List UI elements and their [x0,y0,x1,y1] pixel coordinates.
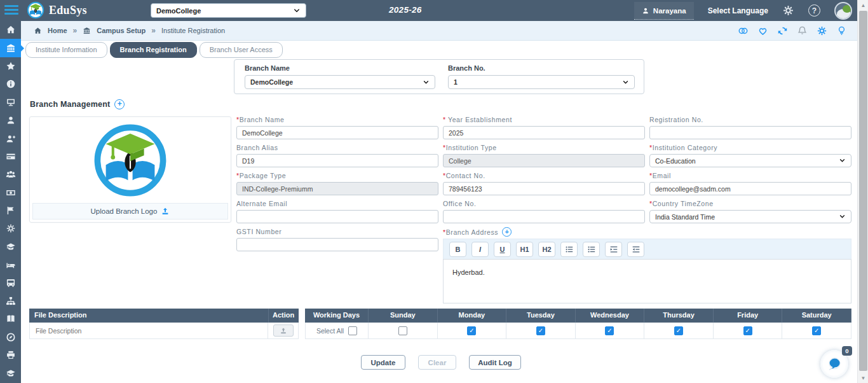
notification-bell-icon[interactable] [797,25,808,36]
sidebar-item-hostel[interactable] [0,256,21,274]
year-establishment-input[interactable] [443,126,645,139]
favorites-heart-icon[interactable] [757,25,768,36]
sidebar-item-groups[interactable] [0,165,21,183]
college-select[interactable]: DemoCollege [151,3,306,18]
bullet-list-button[interactable] [560,242,578,257]
country-timezone-select[interactable]: India Standard Time [649,210,851,223]
checkbox-friday[interactable]: ✓ [743,326,752,335]
italic-button[interactable]: I [471,242,489,257]
checkbox-thursday[interactable]: ✓ [674,326,683,335]
refresh-icon[interactable] [777,25,788,36]
registration-no-input[interactable] [649,126,851,139]
chevron-down-icon [423,79,430,86]
clear-button[interactable]: Clear [418,355,456,370]
working-days-body-row: Select All ✓✓✓✓✓✓ [305,323,851,339]
indent-button[interactable] [605,242,622,257]
user-icon [6,115,16,125]
sidebar-item-desktop[interactable] [0,94,21,111]
file-upload-button[interactable] [273,324,294,337]
sidebar-item-fees[interactable] [0,184,21,202]
field-label: Branch Address [446,228,499,236]
user-avatar[interactable] [834,2,852,20]
sidebar-item-settings[interactable] [0,219,21,237]
bank-icon [6,43,16,53]
underline-button[interactable]: U [494,242,511,257]
field-gsti-number: GSTI Number [236,228,438,251]
hamburger-menu-icon[interactable] [4,5,18,16]
upload-branch-logo-button[interactable]: Upload Branch Logo [32,203,228,219]
checkbox-select-all[interactable] [348,326,357,335]
sidebar-item-info[interactable] [0,75,21,93]
sidebar-item-print[interactable] [0,346,21,364]
toggle-icon[interactable] [738,25,749,36]
sidebar-item-transport[interactable] [0,274,21,291]
sidebar-item-explore[interactable] [0,328,21,346]
file-description-header: File Description [29,309,269,323]
settings-gear-icon[interactable] [782,4,794,17]
scrollbar-down-arrow[interactable]: ▼ [858,373,868,383]
select-language-button[interactable]: Select Language [708,6,768,15]
field-label: Institution Category [653,144,717,151]
email-input[interactable] [649,182,851,195]
checkbox-sunday[interactable] [398,326,407,335]
help-icon[interactable]: ? [808,4,820,17]
breadcrumb: Home » Campus Setup » Institute Registra… [34,26,225,35]
numbered-list-button[interactable] [583,242,600,257]
branch-alias-input[interactable] [236,154,438,167]
tab-institute-information[interactable]: Institute Information [25,42,107,58]
bold-button[interactable]: B [449,242,466,257]
working-day-cell-friday: ✓ [714,323,783,339]
working-days-header-row: Working Days SundayMondayTuesdayWednesda… [305,309,851,323]
branch-no-select[interactable]: 1 [448,75,635,89]
heading1-button[interactable]: H1 [516,242,533,257]
office-no-input[interactable] [443,210,645,223]
sidebar-item-home[interactable] [0,21,21,39]
alternate-email-input[interactable] [236,210,438,223]
sidebar-item-school[interactable] [0,364,21,382]
upload-icon [161,207,170,216]
add-address-button[interactable]: + [502,227,512,237]
required-mark: * [443,116,448,123]
working-day-cell-wednesday: ✓ [576,323,645,339]
checkbox-saturday[interactable]: ✓ [812,326,821,335]
branch-name-select[interactable]: DemoCollege [245,75,435,89]
audit-log-button[interactable]: Audit Log [469,355,521,370]
update-button[interactable]: Update [361,355,405,370]
file-description-input[interactable] [31,323,266,338]
breadcrumb-campus-setup[interactable]: Campus Setup [97,27,146,34]
working-day-cell-monday: ✓ [438,323,507,339]
add-branch-button[interactable]: + [114,99,125,109]
book-icon [6,314,16,324]
branch-address-editor[interactable]: Hyderbad. [443,259,851,303]
sidebar-item-campus-setup[interactable] [0,39,21,57]
sidebar-item-cards[interactable] [0,148,21,165]
breadcrumb-current-page: Institute Registration [161,27,225,34]
sidebar-item-organization[interactable] [0,292,21,310]
sidebar-item-academics[interactable] [0,238,21,256]
sidebar-item-favorites[interactable] [0,57,21,75]
sidebar-item-library[interactable] [0,310,21,328]
breadcrumb-home[interactable]: Home [48,27,67,34]
tab-branch-registration[interactable]: Branch Registration [110,42,197,58]
checkbox-wednesday[interactable]: ✓ [605,326,614,335]
field-label: Year Establishment [448,116,512,123]
sidebar-item-reports[interactable] [0,202,21,219]
tab-branch-user-access[interactable]: Branch User Access [200,42,283,58]
info-icon [6,79,16,89]
idea-bulb-icon[interactable] [836,25,847,36]
sidebar-item-admissions[interactable] [0,129,21,147]
branch-name-input[interactable] [236,126,438,139]
institution-category-select[interactable]: Co-Education [649,154,851,167]
bullet-list-icon [565,245,574,254]
scrollbar-up-arrow[interactable]: ▲ [858,0,868,10]
settings-gear-icon[interactable] [817,25,827,36]
gsti-number-input[interactable] [236,238,438,251]
scrollbar-thumb[interactable] [859,11,867,371]
checkbox-tuesday[interactable]: ✓ [536,326,545,335]
heading2-button[interactable]: H2 [538,242,555,257]
sidebar-item-profile[interactable] [0,111,21,129]
user-menu[interactable]: Narayana [634,2,694,20]
checkbox-monday[interactable]: ✓ [467,326,476,335]
contact-no-input[interactable] [443,182,645,195]
outdent-button[interactable] [627,242,644,257]
